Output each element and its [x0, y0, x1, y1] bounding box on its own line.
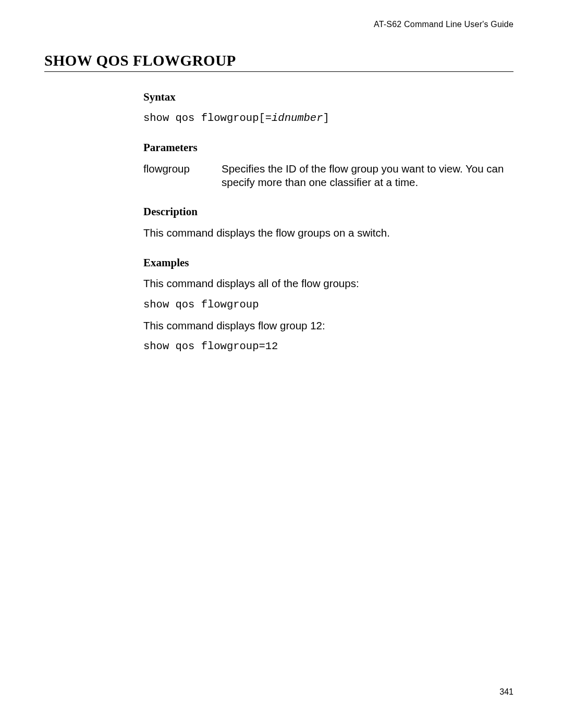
description-text: This command displays the flow groups on…: [143, 226, 513, 240]
syntax-code-prefix: show qos flowgroup[=: [143, 112, 272, 124]
description-heading: Description: [143, 205, 513, 219]
syntax-code-suffix: ]: [323, 112, 329, 124]
parameter-term: flowgroup: [143, 162, 222, 189]
parameter-definition: Specifies the ID of the flow group you w…: [222, 162, 513, 189]
syntax-heading: Syntax: [143, 90, 513, 104]
syntax-code-var: idnumber: [272, 112, 323, 124]
page: AT-S62 Command Line User's Guide SHOW QO…: [0, 0, 563, 728]
example-intro-2: This command displays flow group 12:: [143, 319, 513, 332]
examples-heading: Examples: [143, 256, 513, 270]
parameter-row: flowgroup Specifies the ID of the flow g…: [143, 162, 513, 189]
example-intro-1: This command displays all of the flow gr…: [143, 277, 513, 290]
parameters-heading: Parameters: [143, 141, 513, 155]
syntax-code: show qos flowgroup[=idnumber]: [143, 112, 513, 125]
running-header: AT-S62 Command Line User's Guide: [44, 20, 513, 29]
command-title: SHOW QOS FLOWGROUP: [44, 52, 513, 72]
page-number: 341: [499, 687, 513, 697]
example-code-1: show qos flowgroup: [143, 298, 513, 312]
example-code-2: show qos flowgroup=12: [143, 340, 513, 353]
content-body: Syntax show qos flowgroup[=idnumber] Par…: [143, 90, 513, 353]
